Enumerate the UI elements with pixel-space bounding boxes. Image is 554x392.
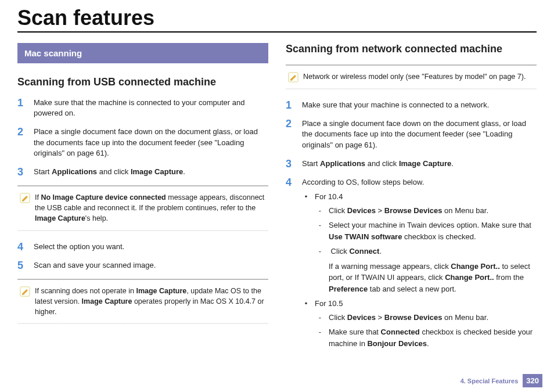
step-3: 3 Start Applications and click Image Cap…: [286, 159, 537, 169]
list-text: For 10.5: [315, 298, 343, 310]
step-number: 2: [286, 118, 302, 129]
step-5: 5 Scan and save your scanned image.: [17, 260, 268, 271]
subheading-usb: Scanning from USB connected machine: [17, 76, 268, 88]
list-item: -Click Devices > Browse Devices on Menu …: [317, 205, 537, 217]
right-column: Scanning from network connected machine …: [286, 43, 537, 353]
note-text: If No Image Capture device connected mes…: [35, 192, 266, 224]
note-box: Network or wireless model only (see "Fea…: [286, 64, 537, 89]
list-text: Click Devices > Browse Devices on Menu b…: [329, 312, 488, 323]
pencil-note-icon: [20, 193, 30, 203]
list-text: For 10.4: [315, 191, 343, 203]
dash-icon: -: [317, 205, 323, 217]
footer-chapter: 4. Special Features: [461, 377, 519, 384]
step-number: 4: [17, 242, 34, 252]
list-continuation: If a warning message appears, click Chan…: [329, 261, 537, 295]
step-text: Place a single document face down on the…: [302, 118, 537, 150]
page-footer: 4. Special Features 320: [461, 374, 542, 387]
step-text: Scan and save your scanned image.: [34, 260, 268, 271]
os-steps-list: •For 10.4 -Click Devices > Browse Device…: [303, 191, 537, 349]
dash-icon: -: [317, 246, 323, 257]
list-text: Click Connect.: [329, 246, 382, 257]
note-box: If No Image Capture device connected mes…: [17, 185, 268, 231]
step-3: 3 Start Applications and click Image Cap…: [17, 167, 268, 177]
bullet-icon: •: [303, 191, 309, 203]
step-number: 1: [17, 98, 34, 108]
left-column: Mac scanning Scanning from USB connected…: [17, 43, 268, 353]
bullet-icon: •: [303, 298, 309, 310]
pencil-note-icon: [20, 286, 30, 297]
note-box: If scanning does not operate in Image Ca…: [17, 279, 268, 324]
list-item: -Click Devices > Browse Devices on Menu …: [317, 312, 537, 323]
pencil-note-icon: [288, 72, 298, 82]
step-number: 5: [17, 260, 34, 271]
step-number: 2: [17, 127, 34, 137]
step-text: Place a single document face down on the…: [34, 127, 268, 159]
step-4: 4 Select the option you want.: [17, 242, 268, 252]
list-item: -Make sure that Connected checkbox is ch…: [317, 326, 537, 349]
step-text: Make sure that the machine is connected …: [34, 98, 268, 118]
list-item: •For 10.5: [303, 298, 537, 310]
step-text: Make sure that your machine is connected…: [302, 100, 537, 110]
step-number: 4: [286, 177, 302, 188]
step-text: Start Applications and click Image Captu…: [302, 159, 537, 169]
step-1: 1 Make sure that your machine is connect…: [286, 100, 537, 110]
dash-icon: -: [317, 312, 323, 323]
content-columns: Mac scanning Scanning from USB connected…: [17, 43, 537, 353]
step-text: According to OS, follow steps below.: [302, 177, 537, 188]
dash-icon: -: [317, 220, 323, 242]
step-number: 3: [17, 167, 34, 177]
step-1: 1 Make sure that the machine is connecte…: [17, 98, 268, 118]
step-text: Select the option you want.: [34, 242, 268, 252]
list-text: Select your machine in Twain devices opt…: [329, 220, 537, 242]
step-text: Start Applications and click Image Captu…: [34, 167, 268, 177]
subheading-network: Scanning from network connected machine: [286, 43, 537, 55]
step-2: 2 Place a single document face down on t…: [17, 127, 268, 159]
list-item: •For 10.4: [303, 191, 537, 203]
list-item: - Click Connect.: [317, 246, 537, 257]
step-2: 2 Place a single document face down on t…: [286, 118, 537, 150]
note-text: If scanning does not operate in Image Ca…: [35, 286, 266, 317]
page-number-badge: 320: [523, 374, 542, 387]
step-number: 1: [286, 100, 302, 110]
note-text: Network or wireless model only (see "Fea…: [303, 71, 534, 82]
list-text: Click Devices > Browse Devices on Menu b…: [329, 205, 488, 217]
list-text: Make sure that Connected checkbox is che…: [329, 326, 537, 349]
step-4: 4 According to OS, follow steps below.: [286, 177, 537, 188]
section-banner-mac-scanning: Mac scanning: [17, 43, 268, 63]
step-number: 3: [286, 159, 302, 169]
list-item: -Select your machine in Twain devices op…: [317, 220, 537, 242]
dash-icon: -: [317, 326, 323, 349]
page-title: Scan features: [17, 6, 537, 33]
